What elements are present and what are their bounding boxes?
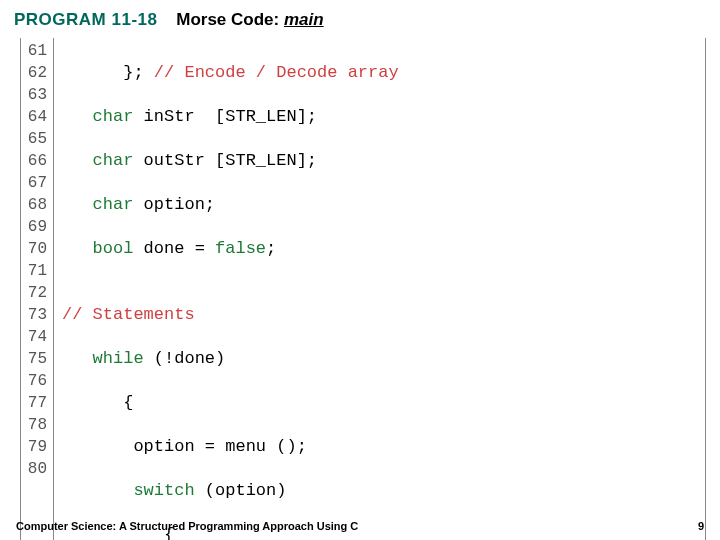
code-line: option = menu ();: [62, 436, 593, 458]
program-label: PROGRAM 11-18: [14, 10, 157, 29]
line-number: 79: [25, 436, 47, 458]
line-number: 80: [25, 458, 47, 480]
title-main: main: [284, 10, 324, 29]
keyword: false: [215, 239, 266, 258]
keyword: char: [93, 195, 134, 214]
line-number: 64: [25, 106, 47, 128]
slide-title: Morse Code: main: [176, 10, 323, 29]
keyword: switch: [133, 481, 194, 500]
code-line: bool done = false;: [62, 238, 593, 260]
code-listing: 61 62 63 64 65 66 67 68 69 70 71 72 73 7…: [20, 38, 706, 540]
line-number: 63: [25, 84, 47, 106]
keyword: char: [93, 151, 134, 170]
line-number: 67: [25, 172, 47, 194]
line-number: 74: [25, 326, 47, 348]
line-number: 61: [25, 40, 47, 62]
line-number: 71: [25, 260, 47, 282]
line-number: 66: [25, 150, 47, 172]
line-number: 72: [25, 282, 47, 304]
keyword: bool: [93, 239, 134, 258]
line-number: 73: [25, 304, 47, 326]
slide-header: PROGRAM 11-18 Morse Code: main: [0, 0, 720, 36]
code-line: char outStr [STR_LEN];: [62, 150, 593, 172]
slide-footer: Computer Science: A Structured Programmi…: [0, 520, 720, 532]
keyword: char: [93, 107, 134, 126]
code-line: switch (option): [62, 480, 593, 502]
line-number: 78: [25, 414, 47, 436]
line-number: 69: [25, 216, 47, 238]
code-content: }; // Encode / Decode array char inStr […: [54, 38, 593, 540]
code-line: while (!done): [62, 348, 593, 370]
keyword: while: [93, 349, 144, 368]
line-number: 62: [25, 62, 47, 84]
line-number-gutter: 61 62 63 64 65 66 67 68 69 70 71 72 73 7…: [21, 38, 54, 540]
line-number: 77: [25, 392, 47, 414]
line-number: 70: [25, 238, 47, 260]
code-line: char inStr [STR_LEN];: [62, 106, 593, 128]
comment: // Statements: [62, 305, 195, 324]
code-line: }; // Encode / Decode array: [62, 62, 593, 84]
line-number: 68: [25, 194, 47, 216]
line-number: 75: [25, 348, 47, 370]
line-number: 76: [25, 370, 47, 392]
code-line: {: [62, 392, 593, 414]
footer-left: Computer Science: A Structured Programmi…: [16, 520, 358, 532]
title-prefix: Morse Code:: [176, 10, 284, 29]
comment: // Encode / Decode array: [154, 63, 399, 82]
code-line: // Statements: [62, 304, 593, 326]
line-number: 65: [25, 128, 47, 150]
page-number: 9: [698, 520, 704, 532]
code-line: char option;: [62, 194, 593, 216]
